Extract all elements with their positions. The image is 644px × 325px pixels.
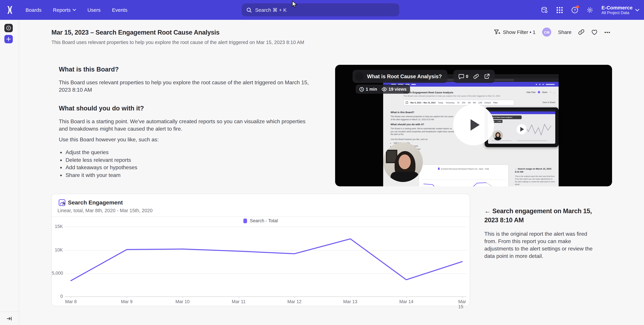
favorite-button[interactable]	[592, 29, 598, 35]
annotation-heading: ← Search engagement on March 15, 2023 8:…	[484, 207, 595, 225]
x-tick-label: Mar 12	[288, 299, 302, 304]
play-button[interactable]	[453, 104, 494, 145]
intro-paragraph-1: This Board uses relevant properties to h…	[59, 79, 312, 94]
list-item: Share it with your team	[66, 171, 312, 179]
y-tick-label: 0	[52, 294, 63, 299]
settings-gear-icon[interactable]	[586, 6, 594, 13]
apps-grid-icon[interactable]	[556, 6, 564, 13]
eye-icon	[382, 87, 387, 91]
nav-item-reports[interactable]: Reports	[53, 7, 76, 13]
left-sidebar	[0, 20, 19, 325]
video-actions: 0	[454, 70, 495, 83]
avatar[interactable]: CM	[542, 27, 552, 36]
chevron-down-icon	[72, 9, 76, 11]
legend-label: Search - Total	[250, 218, 278, 223]
data-management-icon[interactable]	[541, 6, 548, 13]
project-selector[interactable]: E-Commerce All Project Data	[602, 5, 639, 15]
report-card-search-engagement[interactable]: Search Engagement Linear, total, Mar 8th…	[52, 194, 470, 306]
video-duration: 1 min	[359, 87, 377, 92]
open-external-icon[interactable]	[484, 73, 490, 79]
mouse-cursor	[292, 1, 298, 8]
show-filter-button[interactable]: Show Filter • 1	[494, 29, 536, 35]
x-tick-label: Mar 8	[65, 299, 77, 304]
nav-item-boards[interactable]: Boards	[26, 7, 42, 13]
line-chart[interactable]	[65, 225, 466, 297]
link-icon[interactable]	[473, 73, 479, 79]
intro-paragraph-3: Use this Board however you like, such as…	[59, 136, 312, 143]
video-title-bar: What is Root Cause Analysis?	[352, 70, 447, 83]
intro-heading-1: What is this Board?	[59, 66, 312, 73]
mixpanel-logo-icon[interactable]: )(	[8, 4, 12, 14]
filter-funnel-icon	[494, 29, 500, 35]
legend-swatch	[438, 168, 440, 170]
more-menu-button[interactable]: •••	[604, 29, 610, 35]
heart-icon	[592, 29, 598, 35]
nav-item-events[interactable]: Events	[112, 7, 128, 13]
nested-video-title: What is Root Cause Analysis?	[490, 115, 522, 119]
clock-icon	[359, 87, 364, 91]
notification-dot	[576, 5, 579, 8]
page: )( Boards Reports Users Events Search ⌘ …	[0, 0, 644, 325]
discovery-compass-button[interactable]	[4, 24, 13, 32]
list-item: Add takeaways or hypotheses	[66, 164, 312, 171]
report-annotation: ← Search engagement on March 15, 2023 8:…	[484, 207, 595, 260]
play-icon	[470, 119, 480, 131]
presenter-webcam-bubble	[383, 142, 423, 182]
x-tick-label: Mar 11	[232, 299, 246, 304]
chart-legend: Search - Total	[52, 218, 470, 223]
annotation-body: This is the original report the alert wa…	[484, 230, 595, 260]
project-name: E-Commerce	[602, 5, 632, 10]
x-tick-label: Mar 9	[121, 299, 132, 304]
nested-webcam-bubble	[493, 130, 503, 140]
svg-text:?: ?	[574, 8, 576, 12]
intro-paragraph-2: This Board is a starting point. We've au…	[59, 118, 312, 133]
x-tick-label: Mar 10	[176, 299, 190, 304]
y-tick-label: 15K	[52, 224, 63, 229]
project-scope: All Project Data	[602, 10, 632, 15]
video-logo-avatar	[355, 72, 364, 81]
report-title[interactable]: Search Engagement	[68, 199, 123, 206]
intro-bullet-list: Adjust the queries Delete less relevant …	[66, 149, 312, 179]
intro-text: What is this Board? This Board uses rele…	[59, 66, 312, 179]
copy-link-button[interactable]	[578, 29, 585, 35]
help-icon[interactable]: ?	[571, 6, 579, 13]
plus-icon	[6, 37, 11, 41]
search-input[interactable]: Search ⌘ + K	[242, 3, 399, 16]
mini-save-to-board: Save to Board	[542, 101, 555, 103]
top-nav: )( Boards Reports Users Events Search ⌘ …	[0, 0, 644, 20]
list-item: Adjust the queries	[66, 149, 312, 156]
mini-annotation: ← Search usage on March 15, 2023 8:10 AM…	[515, 167, 555, 186]
expand-sidebar-button[interactable]	[0, 312, 18, 325]
mini-date-filter: Mar 9, 2023 – Mar 15, 2023 TodayYesterda…	[403, 100, 514, 105]
board-header-controls: Show Filter • 1 CM Share •••	[494, 27, 610, 36]
intro-heading-2: What should you do with it?	[59, 105, 312, 112]
nested-play-button[interactable]	[516, 124, 527, 134]
mini-board-title: Search Engagement Root Cause Analysis	[403, 91, 453, 94]
comment-icon	[458, 74, 464, 79]
video-comments-button[interactable]: 0	[458, 74, 468, 79]
insights-report-icon	[58, 199, 66, 207]
y-tick-label: 10K	[52, 248, 63, 253]
compass-icon	[6, 25, 11, 30]
list-item: Delete less relevant reports	[66, 156, 312, 164]
share-button[interactable]: Share	[558, 29, 572, 35]
x-tick-label: Mar 14	[399, 299, 414, 304]
mini-line-chart	[422, 174, 506, 186]
nav-item-users[interactable]: Users	[88, 7, 100, 13]
legend-swatch	[244, 218, 247, 223]
y-tick-label: 5,000	[52, 271, 63, 276]
avatar	[538, 91, 540, 93]
search-placeholder: Search ⌘ + K	[255, 7, 287, 13]
video-player[interactable]: Search Engagement Root Cause Analysis Th…	[335, 65, 612, 186]
page-title: Mar 15, 2023 – Search Engagement Root Ca…	[52, 29, 220, 36]
x-tick-label: Mar 13	[343, 299, 357, 304]
mini-report-card: [Content Discovery] Omnisearch Report Li…	[418, 165, 508, 186]
video-views: 19 views	[382, 87, 406, 92]
nav-menu: Boards Reports Users Events	[26, 0, 128, 20]
nav-right-cluster: ? E-Commerce All Project Data	[541, 0, 639, 20]
mini-board-subtitle: This Board uses relevant properties to h…	[403, 95, 500, 97]
page-subtitle: This Board uses relevant properties to h…	[52, 40, 304, 45]
video-meta: 1 min 19 views	[356, 85, 410, 94]
divider	[52, 217, 470, 217]
add-board-button[interactable]	[4, 35, 13, 43]
